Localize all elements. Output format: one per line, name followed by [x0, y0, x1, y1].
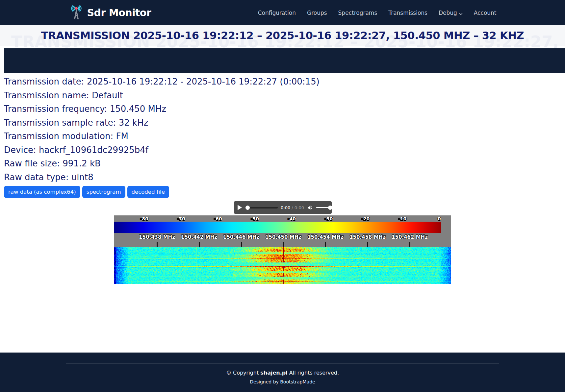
- nav-item-configuration[interactable]: Configuration: [258, 10, 296, 16]
- nav-item-label: Groups: [307, 10, 327, 16]
- db-scale-label: -40: [288, 216, 296, 221]
- volume-slider[interactable]: [316, 207, 331, 208]
- decoded-file-button[interactable]: decoded file: [127, 186, 169, 198]
- chevron-down-icon: [459, 10, 463, 16]
- spectrogram: -80-70-60-50-40-30-20-100 150.438 MHz150…: [114, 215, 451, 284]
- frequency-label: 150.446 MHz: [223, 234, 259, 240]
- current-time: 0:00: [281, 205, 290, 210]
- navbar: Sdr Monitor ConfigurationGroupsSpectrogr…: [0, 0, 565, 25]
- brand-text: Sdr Monitor: [87, 7, 151, 18]
- frequency-label: 150.458 MHz: [349, 234, 386, 240]
- transmission-details: Transmission date: 2025-10-16 19:22:12 -…: [4, 75, 320, 184]
- detail-line: Transmission modulation: FM: [4, 130, 320, 143]
- frequency-tick: [283, 242, 284, 247]
- copyright-line: © Copyright shajen.pl All rights reserve…: [0, 370, 565, 376]
- nav-item-debug[interactable]: Debug: [439, 9, 463, 16]
- copyright-suffix: All rights reserved.: [288, 370, 339, 376]
- db-scale-label: 0: [438, 216, 441, 221]
- detail-line: Device: hackrf_10961dc29925b4f: [4, 143, 320, 157]
- frequency-tick: [157, 242, 158, 247]
- action-buttons: raw data (as complex64)spectrogramdecode…: [4, 186, 169, 198]
- colorbar-gradient: [114, 222, 441, 233]
- raw-data-as-complex64-button[interactable]: raw data (as complex64): [4, 186, 80, 198]
- frequency-tick: [409, 242, 410, 247]
- nav-item-label: Spectrograms: [338, 10, 377, 16]
- db-scale-label: -70: [177, 216, 185, 221]
- navbar-inner: Sdr Monitor ConfigurationGroupsSpectrogr…: [69, 0, 497, 25]
- frequency-label: 150.438 MHz: [139, 234, 175, 240]
- nav-item-label: Account: [474, 10, 497, 16]
- detail-line: Transmission name: Default: [4, 89, 320, 103]
- audio-player: 0:00 / 0:00: [234, 201, 332, 214]
- spectrogram-waterfall: [114, 247, 451, 284]
- footer-divider: [66, 363, 499, 364]
- seek-handle[interactable]: [245, 206, 250, 210]
- frequency-label: 150.454 MHz: [307, 234, 344, 240]
- volume-handle[interactable]: [328, 206, 332, 210]
- frequency-scale: 150.438 MHz150.442 MHz150.446 MHz150.450…: [114, 233, 451, 247]
- colorbar: [114, 222, 451, 233]
- frequency-label: 150.462 MHz: [392, 234, 428, 240]
- footer: © Copyright shajen.pl All rights reserve…: [0, 353, 565, 392]
- frequency-tick: [241, 242, 242, 247]
- detail-line: Transmission date: 2025-10-16 19:22:12 -…: [4, 75, 320, 89]
- nav-item-account[interactable]: Account: [474, 10, 497, 16]
- frequency-tick: [367, 242, 368, 247]
- detail-line: Transmission sample rate: 32 kHz: [4, 116, 320, 130]
- duration: 0:00: [295, 205, 304, 210]
- db-scale-label: -80: [140, 216, 148, 221]
- seek-slider[interactable]: [246, 207, 278, 208]
- db-scale-label: -50: [251, 216, 259, 221]
- detail-line: Raw data type: uint8: [4, 171, 320, 184]
- page: Sdr Monitor ConfigurationGroupsSpectrogr…: [0, 0, 565, 392]
- nav-item-spectrograms[interactable]: Spectrograms: [338, 10, 377, 16]
- db-scale-label: -10: [398, 216, 406, 221]
- db-scale: -80-70-60-50-40-30-20-100: [114, 215, 451, 222]
- detail-line: Transmission frequency: 150.450 MHz: [4, 102, 320, 116]
- time-display: 0:00 / 0:00: [281, 205, 304, 210]
- nav-menu: ConfigurationGroupsSpectrogramsTransmiss…: [258, 9, 497, 16]
- frequency-tick: [199, 242, 200, 247]
- designed-by: Designed by BootstrapMade: [0, 379, 565, 384]
- db-scale-label: -30: [324, 216, 333, 221]
- nav-item-label: Transmissions: [388, 10, 427, 16]
- play-button[interactable]: [238, 205, 242, 210]
- db-scale-label: -20: [361, 216, 370, 221]
- nav-item-groups[interactable]: Groups: [307, 10, 327, 16]
- nav-item-transmissions[interactable]: Transmissions: [388, 10, 427, 16]
- spectrogram-button[interactable]: spectrogram: [82, 186, 125, 198]
- frequency-label: 150.442 MHz: [181, 234, 217, 240]
- frequency-tick: [325, 242, 326, 247]
- site-link[interactable]: shajen.pl: [260, 370, 287, 376]
- empty-navy-panel: [4, 48, 565, 73]
- nav-item-label: Configuration: [258, 10, 296, 16]
- page-title: TRANSMISSION 2025-10-16 19:22:12 – 2025-…: [0, 30, 565, 41]
- antenna-icon: [69, 5, 84, 20]
- frequency-label: 150.450 MHz: [265, 234, 301, 240]
- db-scale-label: -60: [214, 216, 222, 221]
- speaker-icon: [307, 205, 313, 211]
- detail-line: Raw file size: 991.2 kB: [4, 157, 320, 171]
- mute-button[interactable]: [307, 205, 313, 211]
- time-separator: /: [290, 205, 295, 210]
- nav-item-label: Debug: [439, 10, 457, 16]
- copyright-prefix: © Copyright: [226, 370, 260, 376]
- brand-link[interactable]: Sdr Monitor: [69, 5, 151, 20]
